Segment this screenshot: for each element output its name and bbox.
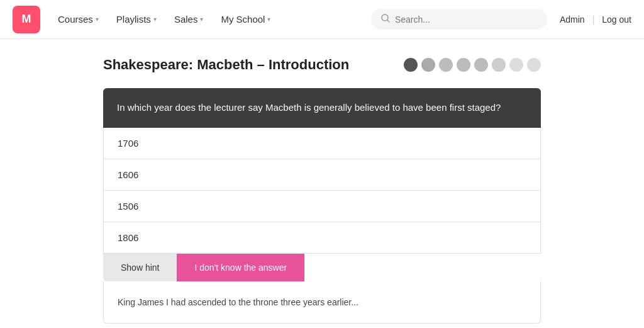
progress-dot-5 xyxy=(492,58,506,72)
main-content: Shakespeare: Macbeth – Introduction In w… xyxy=(0,39,644,328)
answer-option-0[interactable]: 1706 xyxy=(103,128,541,159)
search-bar xyxy=(371,9,547,30)
show-hint-button[interactable]: Show hint xyxy=(103,254,177,281)
logout-link[interactable]: Log out xyxy=(602,14,631,25)
progress-dot-1 xyxy=(421,58,435,72)
search-input[interactable] xyxy=(395,14,537,25)
progress-dot-0 xyxy=(404,58,418,72)
courses-chevron-icon: ▾ xyxy=(96,16,99,23)
hint-text: King James I had ascended to the throne … xyxy=(118,297,358,307)
svg-line-1 xyxy=(387,20,389,22)
nav-item-playlists[interactable]: Playlists ▾ xyxy=(109,9,164,30)
search-icon xyxy=(381,14,390,25)
answer-option-3[interactable]: 1806 xyxy=(103,222,541,254)
answer-option-1[interactable]: 1606 xyxy=(103,159,541,191)
my-school-chevron-icon: ▾ xyxy=(267,16,270,23)
logo-text: M xyxy=(22,13,31,26)
navbar: M Courses ▾ Playlists ▾ Sales ▾ My Schoo… xyxy=(0,0,644,39)
button-row: Show hint I don't know the answer xyxy=(103,254,541,281)
progress-dot-2 xyxy=(439,58,453,72)
logo[interactable]: M xyxy=(13,6,40,33)
question-card: In which year does the lecturer say Macb… xyxy=(103,88,541,128)
sales-label: Sales xyxy=(174,14,198,25)
progress-dot-7 xyxy=(527,58,541,72)
nav-items: Courses ▾ Playlists ▾ Sales ▾ My School … xyxy=(50,9,366,30)
title-row: Shakespeare: Macbeth – Introduction xyxy=(103,57,541,73)
my-school-label: My School xyxy=(221,14,265,25)
page-title-part2: Introduction xyxy=(269,57,349,72)
progress-dot-3 xyxy=(457,58,470,72)
sales-chevron-icon: ▾ xyxy=(200,16,203,23)
progress-dots xyxy=(404,58,541,72)
courses-label: Courses xyxy=(58,14,93,25)
dont-know-button[interactable]: I don't know the answer xyxy=(177,254,304,281)
admin-link[interactable]: Admin xyxy=(560,14,585,25)
nav-item-my-school[interactable]: My School ▾ xyxy=(213,9,278,30)
nav-right: Admin | Log out xyxy=(560,14,631,25)
progress-dot-6 xyxy=(509,58,523,72)
nav-divider: | xyxy=(592,14,595,25)
nav-item-courses[interactable]: Courses ▾ xyxy=(50,9,106,30)
answer-option-2[interactable]: 1506 xyxy=(103,191,541,222)
answer-options: 1706160615061806 xyxy=(103,128,541,254)
nav-item-sales[interactable]: Sales ▾ xyxy=(167,9,211,30)
hint-box: King James I had ascended to the throne … xyxy=(103,281,541,324)
question-text: In which year does the lecturer say Macb… xyxy=(117,102,501,113)
progress-dot-4 xyxy=(474,58,488,72)
playlists-chevron-icon: ▾ xyxy=(153,16,157,23)
page-title-part1: Shakespeare: Macbeth – xyxy=(103,57,265,72)
page-title: Shakespeare: Macbeth – Introduction xyxy=(103,57,349,73)
playlists-label: Playlists xyxy=(116,14,151,25)
